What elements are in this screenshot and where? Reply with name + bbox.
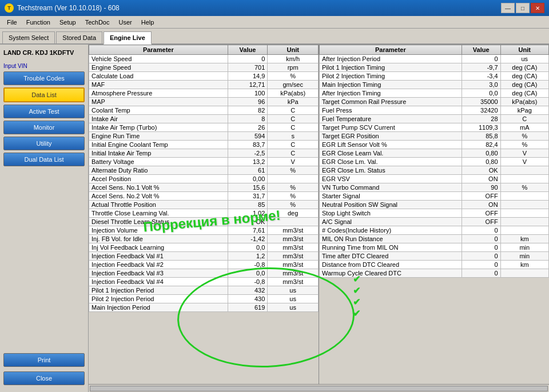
table-row: Injection Volume7,61mm3/st — [89, 226, 319, 235]
table-row: After Injection Timing0,0deg (CA) — [320, 89, 549, 98]
data-list-button[interactable]: Data List — [3, 87, 85, 102]
cell-value: OK — [462, 166, 500, 175]
cell-parameter: EGR Close Lm. Val. — [320, 158, 462, 166]
utility-button[interactable]: Utility — [3, 137, 85, 150]
cell-unit: C — [500, 115, 548, 123]
cell-parameter: Injection Feedback Val #2 — [89, 261, 228, 269]
cell-value: 0 — [462, 243, 500, 252]
close-button[interactable]: ✕ — [531, 3, 544, 13]
table-row: Injection Feedback Val #2-0,8mm3/st — [89, 261, 319, 269]
cell-parameter: Intake Air Temp (Turbo) — [89, 123, 228, 132]
cell-value: 701 — [228, 63, 268, 72]
cell-unit: % — [268, 72, 319, 81]
cell-parameter: Vehicle Speed — [89, 55, 228, 63]
cell-parameter: EGR Close Lm. Status — [320, 166, 462, 175]
table-row: Accel Position0,00 — [89, 175, 319, 183]
trouble-codes-button[interactable]: Trouble Codes — [3, 71, 85, 85]
cell-unit: us — [268, 286, 319, 295]
table-row: MAF12,71gm/sec — [89, 81, 319, 89]
cell-parameter: Inj Vol Feedback Learning — [89, 243, 228, 252]
cell-value: 432 — [228, 286, 268, 295]
cell-unit — [500, 269, 548, 278]
cell-unit: V — [500, 158, 548, 166]
cell-value: 13,2 — [228, 158, 268, 166]
minimize-button[interactable]: — — [501, 3, 515, 13]
cell-value: ON — [462, 201, 500, 209]
cell-value: 85 — [228, 201, 268, 209]
table-row: EGR VSVON — [320, 175, 549, 183]
monitor-button[interactable]: Monitor — [3, 121, 85, 134]
cell-unit: mm3/st — [268, 252, 319, 261]
cell-value: 0 — [462, 269, 500, 278]
cell-unit: km — [500, 261, 548, 269]
cell-value: 0,00 — [228, 175, 268, 183]
print-button[interactable]: Print — [3, 353, 85, 367]
cell-parameter: After Injection Timing — [320, 89, 462, 98]
vehicle-info: LAND CR. KDJ 1KDFTV — [3, 49, 85, 56]
cell-unit: % — [268, 201, 319, 209]
cell-parameter: MIL ON Run Distance — [320, 235, 462, 243]
left-header-unit: Unit — [268, 45, 319, 55]
close-sidebar-button[interactable]: Close — [3, 371, 85, 385]
cell-unit: deg (CA) — [500, 63, 548, 72]
cell-unit — [500, 192, 548, 201]
table-row: Pilot 1 Injection Timing-9,7deg (CA) — [320, 63, 549, 72]
right-header-unit: Unit — [500, 45, 548, 55]
table-row: Injection Feedback Val #11,2mm3/st — [89, 252, 319, 261]
cell-parameter: Injection Feedback Val #3 — [89, 269, 228, 278]
cell-parameter: EGR Lift Sensor Volt % — [320, 141, 462, 149]
tab-engine-live[interactable]: Engine Live — [104, 31, 152, 45]
menu-techdoc[interactable]: TechDoc — [81, 18, 114, 27]
cell-unit — [268, 175, 319, 183]
active-test-button[interactable]: Active Test — [3, 105, 85, 118]
left-data-table: Parameter Value Unit Vehicle Speed0km/hE… — [89, 45, 319, 312]
menu-function[interactable]: Function — [22, 18, 55, 27]
cell-parameter: Pilot 2 Injection Period — [89, 295, 228, 303]
table-row: Inj. FB Vol. for Idle-1,42mm3/st — [89, 235, 319, 243]
cell-value: 430 — [228, 295, 268, 303]
table-row: Atmosphere Pressure100kPa(abs) — [89, 89, 319, 98]
cell-parameter: Throttle Close Learning Val. — [89, 209, 228, 218]
cell-value: 0 — [462, 55, 500, 63]
cell-unit: % — [500, 183, 548, 192]
dual-data-list-button[interactable]: Dual Data List — [3, 153, 85, 166]
cell-value: OFF — [462, 209, 500, 218]
cell-parameter: MAP — [89, 98, 228, 106]
cell-unit — [268, 218, 319, 226]
cell-parameter: Engine Speed — [89, 63, 228, 72]
cell-unit: mm3/st — [268, 235, 319, 243]
cell-value: 0 — [462, 252, 500, 261]
cell-parameter: Main Injection Timing — [320, 81, 462, 89]
table-row: Initial Intake Air Temp-2,5C — [89, 149, 319, 158]
menu-user[interactable]: User — [114, 18, 136, 27]
cell-value: 35000 — [462, 98, 500, 106]
input-vin-label: Input VIN — [3, 63, 85, 69]
cell-unit: C — [268, 115, 319, 123]
menu-setup[interactable]: Setup — [55, 18, 81, 27]
cell-value: 0,0 — [228, 243, 268, 252]
table-row: Alternate Duty Ratio61% — [89, 166, 319, 175]
cell-value: 3,0 — [462, 81, 500, 89]
horizontal-scrollbar[interactable] — [89, 384, 549, 392]
cell-unit: min — [500, 243, 548, 252]
cell-value: 32420 — [462, 106, 500, 115]
menu-help[interactable]: Help — [137, 18, 159, 27]
table-row: Running Time from MIL ON0min — [320, 243, 549, 252]
tab-stored-data[interactable]: Stored Data — [56, 31, 102, 43]
maximize-button[interactable]: □ — [516, 3, 530, 13]
cell-parameter: Target Pump SCV Current — [320, 123, 462, 132]
cell-parameter: Injection Volume — [89, 226, 228, 235]
cell-parameter: Target Common Rail Pressure — [320, 98, 462, 106]
table-row: EGR Close Learn Val.0,80V — [320, 149, 549, 158]
cell-value: 7,61 — [228, 226, 268, 235]
table-row: Starter SignalOFF — [320, 192, 549, 201]
cell-value: 0,0 — [228, 269, 268, 278]
cell-value: 1,02 — [228, 209, 268, 218]
table-row: Calculate Load14,9% — [89, 72, 319, 81]
right-data-table: Parameter Value Unit After Injection Per… — [319, 45, 549, 278]
cell-unit: kPa(abs) — [500, 98, 548, 106]
menu-file[interactable]: File — [2, 18, 22, 27]
cell-unit — [500, 201, 548, 209]
cell-unit: % — [500, 132, 548, 141]
tab-system-select[interactable]: System Select — [2, 31, 55, 43]
